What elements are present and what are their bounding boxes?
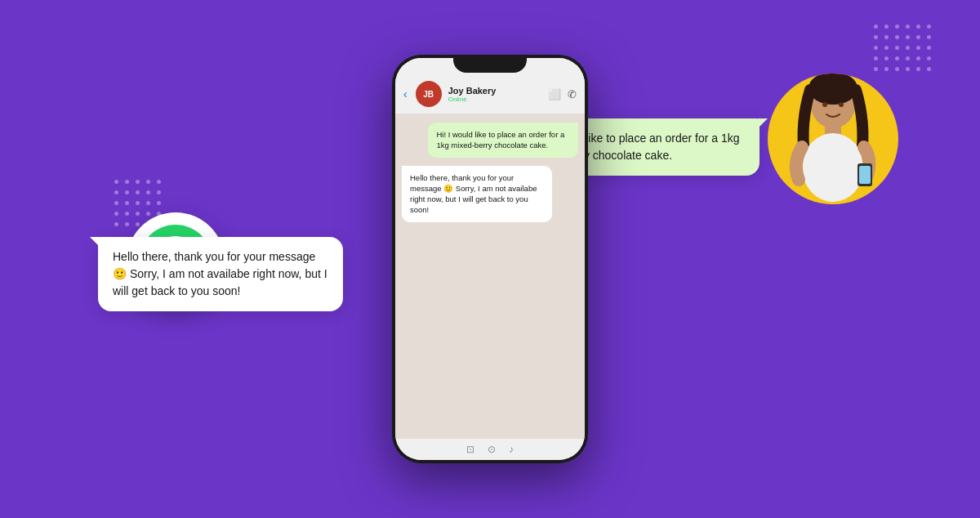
sticker-icon[interactable]: ⊡ <box>466 444 474 455</box>
svg-rect-6 <box>859 166 871 184</box>
contact-avatar: JB <box>416 81 442 107</box>
chat-input-bar: ⊡ ⊙ ♪ <box>395 439 585 460</box>
phone-mockup: ‹ JB Joy Bakery Online ⬜ ✆ Hi! I would l… <box>392 55 588 463</box>
chat-messages-area: Hi! I would like to place an order for a… <box>395 114 585 439</box>
svg-point-4 <box>802 133 864 202</box>
back-arrow-icon[interactable]: ‹ <box>403 87 408 100</box>
message-incoming: Hello there, thank you for your message … <box>402 166 552 222</box>
video-call-icon[interactable]: ⬜ <box>548 88 561 100</box>
header-action-icons: ⬜ ✆ <box>548 88 577 100</box>
phone-notch <box>453 55 527 73</box>
contact-name: Joy Bakery <box>448 86 541 96</box>
svg-point-7 <box>822 102 827 107</box>
phone-call-icon[interactable]: ✆ <box>568 88 577 100</box>
incoming-message-text: Hello there, thank you for your message … <box>113 250 327 297</box>
phone-frame: ‹ JB Joy Bakery Online ⬜ ✆ Hi! I would l… <box>392 55 588 463</box>
contact-info: Joy Bakery Online <box>448 86 541 103</box>
svg-point-8 <box>839 102 844 107</box>
dot-grid-top-right <box>874 25 931 71</box>
outgoing-text-in-phone: Hi! I would like to place an order for a… <box>436 130 564 150</box>
mic-icon[interactable]: ♪ <box>509 444 514 455</box>
phone-screen: ‹ JB Joy Bakery Online ⬜ ✆ Hi! I would l… <box>395 58 585 460</box>
message-outgoing: Hi! I would like to place an order for a… <box>428 123 578 158</box>
incoming-text-in-phone: Hello there, thank you for your message … <box>410 173 537 215</box>
person-avatar <box>768 74 898 204</box>
contact-status: Online <box>448 96 541 103</box>
camera-icon[interactable]: ⊙ <box>488 444 496 455</box>
person-illustration <box>776 74 890 204</box>
floating-message-incoming: Hello there, thank you for your message … <box>98 237 343 311</box>
